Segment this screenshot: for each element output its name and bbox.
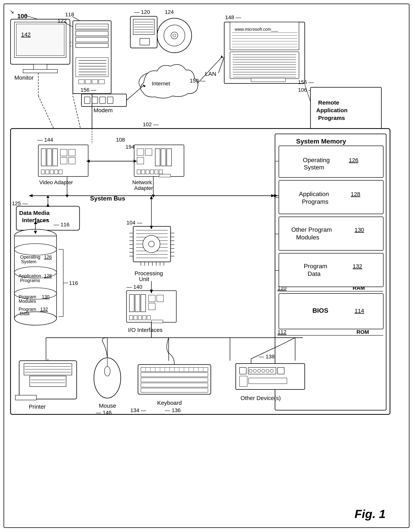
svg-rect-104 — [167, 149, 172, 166]
svg-rect-24 — [85, 80, 91, 84]
svg-rect-34 — [140, 38, 149, 45]
svg-rect-222 — [30, 376, 66, 387]
disk-os-ref: 126 — [44, 254, 52, 260]
system-memory-label: System Memory — [296, 138, 346, 145]
svg-rect-174 — [147, 316, 150, 320]
svg-rect-98 — [59, 170, 62, 174]
lan-label: LAN — [205, 71, 216, 77]
svg-rect-199 — [279, 180, 383, 214]
dmi-label1: Data Media — [19, 210, 50, 216]
ram-os-label: Operating — [303, 157, 330, 163]
svg-rect-201 — [279, 253, 383, 287]
svg-point-228 — [104, 366, 110, 376]
network-adapter-label2: Adapter — [134, 185, 153, 191]
ref-150: 150 — — [190, 78, 206, 84]
svg-rect-111 — [159, 170, 163, 174]
bios-ref: 114 — [355, 308, 364, 314]
io-interfaces-label: I/O Interfaces — [128, 327, 163, 333]
disk-pm-ref: 130 — [42, 294, 49, 299]
ref-102: 102 — — [143, 122, 159, 127]
bios-label: BIOS — [312, 307, 328, 314]
svg-rect-175 — [151, 320, 163, 323]
svg-rect-12 — [76, 37, 108, 42]
svg-rect-97 — [55, 170, 58, 174]
rom-ref: 112 — [277, 329, 286, 335]
svg-rect-171 — [134, 316, 137, 320]
svg-rect-45 — [107, 97, 113, 104]
remote-app-label2: Application — [316, 107, 348, 113]
svg-rect-69 — [230, 22, 299, 50]
ref-138: — 138 — [259, 354, 275, 360]
svg-rect-6 — [23, 69, 57, 73]
ram-ap-ref: 128 — [351, 191, 360, 197]
svg-rect-107 — [141, 170, 145, 174]
ram-opm-label2: Modules — [296, 234, 319, 241]
svg-rect-101 — [145, 149, 152, 155]
ref-134: 134 — — [130, 407, 146, 413]
disk-pm-label2: Modules — [18, 298, 36, 304]
svg-rect-170 — [129, 316, 133, 320]
internet-label: Internet — [152, 81, 170, 86]
processing-unit-label2: Unit — [139, 276, 149, 282]
svg-point-251 — [249, 369, 252, 372]
svg-rect-28 — [133, 19, 154, 35]
svg-rect-172 — [138, 316, 142, 320]
svg-point-254 — [262, 369, 265, 372]
svg-point-38 — [173, 34, 176, 37]
svg-rect-164 — [129, 294, 134, 312]
svg-rect-91 — [69, 149, 75, 156]
svg-rect-258 — [239, 376, 247, 387]
ref-124: 124 — [165, 9, 174, 15]
svg-rect-23 — [79, 80, 84, 84]
svg-rect-109 — [150, 170, 154, 174]
svg-rect-232 — [141, 378, 208, 382]
svg-rect-42 — [84, 97, 90, 104]
modem-label: Modem — [93, 107, 113, 113]
ram-os-label2: System — [304, 164, 324, 171]
svg-point-255 — [266, 369, 269, 372]
svg-rect-166 — [141, 294, 146, 312]
svg-rect-169 — [148, 303, 155, 310]
ref-156-remote: 156 — — [298, 79, 314, 85]
ram-os-ref: 126 — [349, 157, 358, 163]
figure-ref-100: 100 — [17, 13, 28, 19]
svg-rect-68 — [251, 78, 285, 82]
svg-rect-5 — [34, 64, 47, 70]
svg-rect-106 — [137, 170, 140, 174]
svg-rect-26 — [99, 80, 104, 84]
svg-rect-173 — [143, 316, 146, 320]
diagram: 100 ↘ 142 Monitor 118 122 — 120 — [0, 0, 413, 532]
disk-ref-116: 116 — [69, 280, 78, 286]
svg-rect-234 — [141, 388, 208, 392]
keyboard-label: Keyboard — [157, 400, 182, 406]
ref-148: 148 — — [225, 14, 241, 20]
svg-rect-110 — [155, 170, 158, 174]
mouse-label: Mouse — [99, 402, 116, 409]
ram-ap-label: Application — [299, 190, 329, 197]
figure-label: Fig. 1 — [355, 507, 385, 521]
main-svg: 100 ↘ 142 Monitor 118 122 — 120 — [0, 0, 413, 532]
monitor-ref: 142 — [21, 31, 31, 38]
svg-rect-103 — [161, 149, 166, 166]
svg-rect-89 — [53, 149, 57, 166]
svg-rect-94 — [41, 170, 45, 174]
svg-rect-165 — [135, 294, 140, 312]
disk-ap-label2: Programs — [20, 278, 40, 283]
svg-rect-108 — [146, 170, 149, 174]
ref-140: — 140 — [127, 284, 142, 290]
svg-rect-88 — [47, 149, 52, 166]
disk-os-label: Operating — [20, 254, 40, 260]
svg-rect-100 — [137, 149, 144, 155]
svg-rect-95 — [46, 170, 49, 174]
svg-rect-96 — [50, 170, 54, 174]
svg-rect-13 — [76, 43, 108, 48]
ref-116: — 116 — [54, 222, 70, 228]
svg-rect-92 — [60, 157, 67, 164]
remote-screen-detail: www.microsoft.com___ — [235, 27, 278, 32]
svg-point-253 — [257, 369, 261, 372]
svg-rect-167 — [148, 295, 155, 302]
svg-point-138 — [148, 241, 154, 247]
svg-rect-233 — [141, 383, 208, 387]
svg-point-252 — [253, 369, 257, 372]
svg-rect-112 — [159, 174, 171, 177]
